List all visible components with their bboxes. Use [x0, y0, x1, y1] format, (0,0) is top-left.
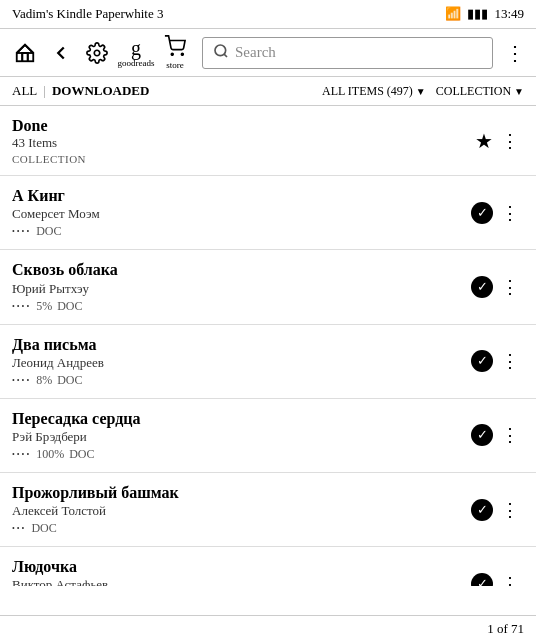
list-item[interactable]: Два письмаЛеонид Андреев••••8%DOC✓⋮ [0, 325, 536, 399]
svg-line-5 [224, 54, 227, 57]
book-title: Два письма [12, 335, 471, 354]
store-button[interactable]: store [160, 35, 190, 70]
book-meta: •••DOC [12, 521, 471, 536]
item-more-button[interactable]: ⋮ [497, 274, 524, 300]
downloaded-check-icon: ✓ [471, 202, 493, 224]
downloaded-check-icon: ✓ [471, 350, 493, 372]
home-button[interactable] [10, 38, 40, 68]
filter-left: ALL | DOWNLOADED [12, 83, 149, 99]
item-more-button[interactable]: ⋮ [497, 348, 524, 374]
search-box[interactable]: Search [202, 37, 493, 69]
progress-percent: 100% [36, 447, 64, 462]
list-item[interactable]: Done43 ItemsCOLLECTION★⋮ [0, 106, 536, 176]
book-title: А Кинг [12, 186, 471, 205]
book-actions: ✓⋮ [471, 571, 524, 586]
svg-point-4 [215, 45, 226, 56]
wifi-icon: 📶 [445, 6, 461, 22]
book-actions: ✓⋮ [471, 274, 524, 300]
goodreads-label: goodreads [118, 58, 155, 68]
book-format: DOC [57, 299, 82, 314]
svg-point-1 [94, 50, 100, 56]
more-button[interactable]: ⋮ [505, 41, 526, 65]
collection-tag: COLLECTION [12, 153, 475, 165]
battery-icon: ▮▮▮ [467, 6, 488, 22]
svg-point-3 [181, 53, 183, 55]
search-placeholder: Search [235, 44, 276, 61]
book-info: Два письмаЛеонид Андреев••••8%DOC [12, 335, 471, 388]
svg-point-2 [171, 53, 173, 55]
book-info: Пересадка сердцаРэй Брэдбери••••100%DOC [12, 409, 471, 462]
book-meta: ••••100%DOC [12, 447, 471, 462]
book-author: Юрий Рытхэу [12, 281, 471, 297]
items-dropdown-arrow: ▼ [416, 86, 426, 97]
filter-separator: | [43, 83, 46, 99]
item-more-button[interactable]: ⋮ [497, 128, 524, 154]
book-title: Пересадка сердца [12, 409, 471, 428]
progress-dots: ••• [12, 524, 26, 533]
book-meta: ••••5%DOC [12, 299, 471, 314]
back-button[interactable] [46, 38, 76, 68]
item-more-button[interactable]: ⋮ [497, 571, 524, 586]
list-item[interactable]: Прожорливый башмакАлексей Толстой•••DOC✓… [0, 473, 536, 547]
clock: 13:49 [494, 6, 524, 22]
list-item[interactable]: ЛюдочкаВиктор Астафьев••••DOC✓⋮ [0, 547, 536, 586]
progress-dots: •••• [12, 450, 31, 459]
search-icon [213, 43, 229, 63]
book-meta: ••••DOC [12, 224, 471, 239]
collection-dropdown-arrow: ▼ [514, 86, 524, 97]
book-info: А КингСомерсет Моэм••••DOC [12, 186, 471, 239]
book-author: Леонид Андреев [12, 355, 471, 371]
filter-bar: ALL | DOWNLOADED ALL ITEMS (497) ▼ COLLE… [0, 77, 536, 106]
book-actions: ✓⋮ [471, 200, 524, 226]
store-label: store [166, 60, 184, 70]
device-title: Vadim's Kindle Paperwhite 3 [12, 6, 163, 22]
book-author: Алексей Толстой [12, 503, 471, 519]
book-actions: ✓⋮ [471, 422, 524, 448]
item-more-button[interactable]: ⋮ [497, 497, 524, 523]
book-author: Рэй Брэдбери [12, 429, 471, 445]
book-info: Сквозь облакаЮрий Рытхэу••••5%DOC [12, 260, 471, 313]
book-format: DOC [36, 224, 61, 239]
collection-filter[interactable]: COLLECTION ▼ [436, 84, 524, 99]
book-info: ЛюдочкаВиктор Астафьев••••DOC [12, 557, 471, 586]
book-meta: ••••8%DOC [12, 373, 471, 388]
book-info: Done43 ItemsCOLLECTION [12, 116, 475, 165]
goodreads-button[interactable]: g goodreads [118, 38, 154, 68]
book-author: Виктор Астафьев [12, 577, 471, 586]
nav-bar: g goodreads store Search ⋮ [0, 29, 536, 77]
filter-all[interactable]: ALL [12, 83, 37, 99]
book-info: Прожорливый башмакАлексей Толстой•••DOC [12, 483, 471, 536]
page-info: 1 of 71 [487, 621, 524, 637]
status-bar: Vadim's Kindle Paperwhite 3 📶 ▮▮▮ 13:49 [0, 0, 536, 29]
progress-dots: •••• [12, 376, 31, 385]
book-format: DOC [57, 373, 82, 388]
settings-button[interactable] [82, 38, 112, 68]
progress-percent: 8% [36, 373, 52, 388]
goodreads-icon: g [131, 38, 141, 58]
list-item[interactable]: Пересадка сердцаРэй Брэдбери••••100%DOC✓… [0, 399, 536, 473]
list-item[interactable]: Сквозь облакаЮрий Рытхэу••••5%DOC✓⋮ [0, 250, 536, 324]
book-author: Сомерсет Моэм [12, 206, 471, 222]
downloaded-check-icon: ✓ [471, 276, 493, 298]
downloaded-check-icon: ✓ [471, 424, 493, 446]
progress-dots: •••• [12, 302, 31, 311]
book-format: DOC [69, 447, 94, 462]
item-more-button[interactable]: ⋮ [497, 422, 524, 448]
progress-dots: •••• [12, 227, 31, 236]
list-item[interactable]: А КингСомерсет Моэм••••DOC✓⋮ [0, 176, 536, 250]
item-more-button[interactable]: ⋮ [497, 200, 524, 226]
star-icon[interactable]: ★ [475, 129, 493, 153]
status-icons: 📶 ▮▮▮ 13:49 [445, 6, 524, 22]
book-format: DOC [31, 521, 56, 536]
book-list: Done43 ItemsCOLLECTION★⋮А КингСомерсет М… [0, 106, 536, 586]
all-items-filter[interactable]: ALL ITEMS (497) ▼ [322, 84, 426, 99]
cart-icon [164, 35, 186, 60]
book-title: Done [12, 116, 475, 135]
downloaded-check-icon: ✓ [471, 573, 493, 586]
footer: 1 of 71 [0, 615, 536, 642]
book-actions: ✓⋮ [471, 348, 524, 374]
book-title: Людочка [12, 557, 471, 576]
svg-rect-0 [17, 53, 34, 61]
progress-percent: 5% [36, 299, 52, 314]
filter-downloaded[interactable]: DOWNLOADED [52, 83, 150, 99]
